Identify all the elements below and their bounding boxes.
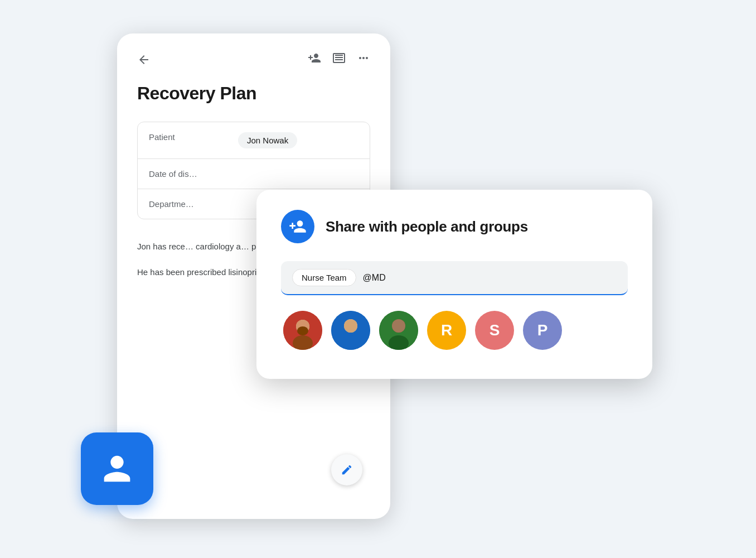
recovery-title: Recovery Plan [137,83,370,104]
patient-label: Patient [138,122,227,158]
person-add-icon[interactable] [308,51,321,68]
avatar-p-letter: P [537,321,548,339]
avatar-photo-2 [331,311,370,350]
patient-badge: Jon Nowak [238,132,297,148]
nurse-team-tag: Nurse Team [292,269,356,286]
notes-icon[interactable] [332,51,346,68]
avatar-3[interactable] [379,311,418,350]
edit-fab[interactable] [331,454,362,485]
more-icon[interactable] [357,51,370,68]
table-row: Date of dis… [138,159,370,189]
avatar-s[interactable]: S [475,311,514,350]
back-button[interactable] [137,53,151,66]
avatar-p[interactable]: P [523,311,562,350]
svg-point-12 [392,319,405,333]
patient-value: Jon Nowak [227,122,370,158]
share-header: Share with people and groups [281,210,628,243]
date-label: Date of dis… [138,159,227,189]
recovery-top-bar [137,51,370,68]
top-icons [308,51,370,68]
scene: Recovery Plan Patient Jon Nowak Date of … [0,0,756,558]
avatar-s-letter: S [490,321,500,339]
svg-point-4 [297,326,308,335]
share-input-area[interactable]: Nurse Team [281,261,628,295]
avatar-photo-1 [283,311,322,350]
share-icon-circle [281,210,314,243]
edit-icon [341,464,353,476]
arrow-back-icon [137,53,151,66]
share-text-input[interactable] [363,273,617,283]
table-row: Patient Jon Nowak [138,122,370,159]
avatar-1[interactable] [283,311,322,350]
avatars-row: R S P [281,297,628,354]
share-title: Share with people and groups [326,218,528,235]
person-icon [98,449,137,488]
share-dialog: Share with people and groups Nurse Team [256,190,652,379]
avatar-r-letter: R [441,321,452,339]
blue-person-card [81,432,153,505]
avatar-2[interactable] [331,311,370,350]
avatar-photo-3 [379,311,418,350]
svg-point-8 [344,319,357,333]
avatar-r[interactable]: R [427,311,466,350]
share-person-add-icon [289,218,307,235]
dept-label: Departme… [138,189,227,219]
date-value [227,159,370,189]
